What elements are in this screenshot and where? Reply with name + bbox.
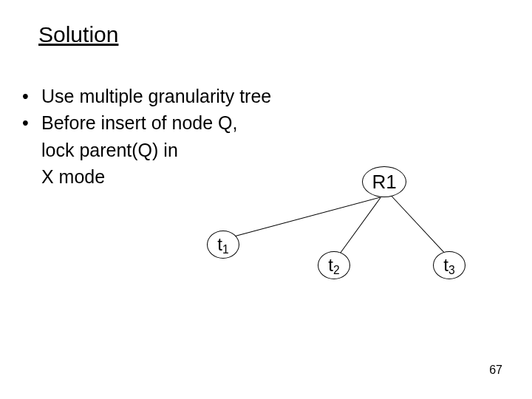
tree-edge: [392, 196, 445, 253]
bullet-continuation: lock parent(Q) in: [22, 137, 271, 163]
node-label: R1: [372, 171, 396, 194]
bullet-item: • Use multiple granularity tree: [22, 83, 271, 109]
bullet-dot: •: [22, 83, 41, 109]
tree-node-leaf: t1: [207, 231, 239, 259]
bullet-dot: •: [22, 109, 41, 136]
bullet-continuation: X mode: [22, 163, 271, 190]
tree-node-leaf: t2: [318, 251, 350, 279]
tree-node-leaf: t3: [433, 251, 466, 279]
bullet-list: • Use multiple granularity tree • Before…: [22, 83, 271, 190]
node-label: t2: [328, 255, 339, 276]
tree-edge: [224, 196, 385, 239]
bullet-text: Before insert of node Q,: [41, 109, 237, 136]
tree-node-root: R1: [362, 166, 406, 197]
page-number: 67: [489, 364, 502, 377]
node-label: t3: [443, 255, 454, 276]
slide-title: Solution: [38, 22, 118, 47]
bullet-text: Use multiple granularity tree: [41, 83, 271, 109]
node-label: t1: [217, 234, 228, 255]
bullet-item: • Before insert of node Q,: [22, 109, 271, 136]
